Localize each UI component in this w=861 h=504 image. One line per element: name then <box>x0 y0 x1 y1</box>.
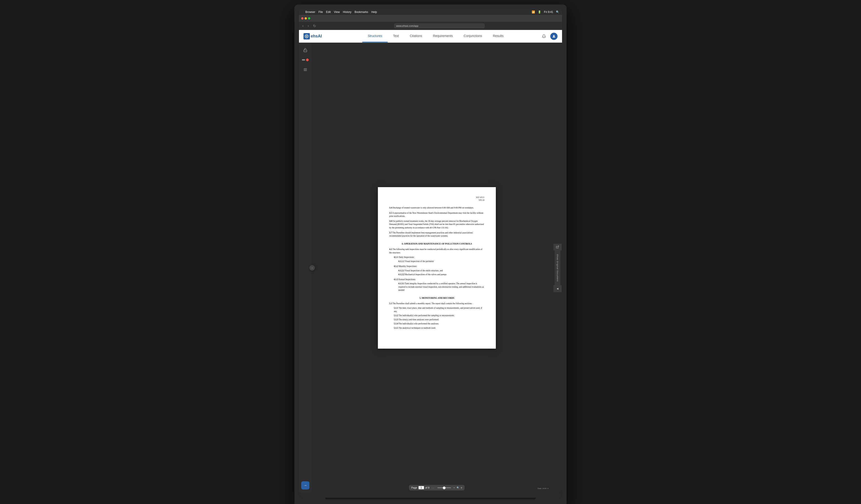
navigate-forward-button[interactable]: → <box>301 481 310 490</box>
section-5-1-5-text: The analytical techniques or methods use… <box>398 327 436 329</box>
panel-collapse-button[interactable]: ◄ <box>554 285 562 292</box>
app-container: ehsAI Structures Text Citations Requirem… <box>299 30 562 493</box>
page-controls-bar: Page of 8 — − 🔍 + <box>409 485 465 490</box>
tab-conjunctions[interactable]: Conjunctions <box>458 30 488 42</box>
section-4-1-3-1-text: Tank integrity inspection conducted by a… <box>398 282 484 291</box>
zoom-icon: 🔍 <box>456 487 459 489</box>
address-bar[interactable]: www.ehsai.com/app <box>394 23 485 28</box>
document-section-4: 4. OPERATION AND MAINTENANCE OF POLLUTIO… <box>389 242 484 292</box>
url-text: www.ehsai.com/app <box>396 25 419 27</box>
nav-right-actions <box>540 33 558 40</box>
svg-point-3 <box>553 35 554 36</box>
page-number-input[interactable] <box>419 486 424 489</box>
collapse-arrow-icon: ◄ <box>556 287 559 290</box>
zoom-minus-button[interactable]: − <box>453 486 455 490</box>
tab-text[interactable]: Text <box>388 30 405 42</box>
user-avatar[interactable] <box>550 33 558 40</box>
menu-view[interactable]: View <box>334 11 340 14</box>
date-label: Date: 2018 4 <box>537 488 548 490</box>
section-4-1-1-text: Daily Inspections: <box>398 256 414 258</box>
main-content: › → REF #8521 NPE-08 <box>299 43 562 493</box>
list-item: 4.1.3.1 Tank integrity inspection conduc… <box>389 282 484 292</box>
macos-menu-bar: Browser File Edit View History Bookmarks… <box>299 9 562 15</box>
top-navigation: ehsAI Structures Text Citations Requirem… <box>299 30 562 43</box>
list-item: 4.1.1 Daily Inspections: <box>389 256 484 259</box>
browser-titlebar <box>299 15 562 22</box>
search-icon[interactable]: 🔍 <box>556 11 559 14</box>
forward-arrow-icon: → <box>303 483 307 488</box>
section-3-4-text: Discharge of treated wastewater is only … <box>392 207 474 209</box>
close-window-button[interactable] <box>301 17 303 19</box>
section-3-6-text: For publicly owned treatment works, the … <box>389 220 484 229</box>
menu-history[interactable]: History <box>343 11 351 14</box>
ref-number: REF #8521 <box>389 196 484 199</box>
menu-help[interactable]: Help <box>371 11 377 14</box>
list-icon[interactable] <box>301 66 309 73</box>
list-item: 5.1.5 The analytical techniques or metho… <box>389 326 484 330</box>
svg-line-8 <box>557 246 559 247</box>
list-item: 4.1.2.1 Visual inspection of the entire … <box>389 269 484 272</box>
back-button[interactable]: ‹ <box>301 23 305 28</box>
section-5-1-1-text: The date, exact place, time and methods … <box>394 307 482 312</box>
reload-button[interactable]: ↻ <box>312 23 317 29</box>
list-item: 4.1.2.2 Mechanical inspections of the va… <box>389 273 484 276</box>
document-paper: REF #8521 NPE-08 3.4 Discharge of treate… <box>378 187 496 349</box>
status-indicator <box>302 58 309 61</box>
wifi-icon: 📶 <box>532 11 535 14</box>
sidebar: › → <box>299 43 312 493</box>
tab-structures[interactable]: Structures <box>362 30 388 42</box>
list-item: 4.1 The following tank inspections must … <box>389 248 484 254</box>
battery-icon: 🔋 <box>538 11 541 14</box>
app-logo: ehsAI <box>303 33 322 40</box>
document-header: REF #8521 NPE-08 <box>389 196 484 202</box>
list-item: 5.1.3 The date(s) and time analyses were… <box>389 318 484 321</box>
section-5-1-2-text: The individual(s) who performed the samp… <box>398 314 454 317</box>
tab-citations[interactable]: Citations <box>405 30 427 42</box>
logo-icon <box>303 33 310 40</box>
list-item: 3.5 A representative of the New Westmins… <box>389 212 484 218</box>
tab-results[interactable]: Results <box>488 30 509 42</box>
section-4-1-text: The following tank inspections must be c… <box>389 248 482 254</box>
menu-file[interactable]: File <box>318 11 323 14</box>
maximize-window-button[interactable] <box>308 17 310 19</box>
minimize-window-button[interactable] <box>305 17 307 19</box>
show-original-document-button[interactable]: Show Original Document <box>555 250 560 285</box>
notifications-button[interactable] <box>540 33 548 40</box>
forward-button[interactable]: › <box>306 23 310 28</box>
export-button[interactable] <box>554 244 562 250</box>
zoom-slider[interactable] <box>437 488 451 488</box>
zoom-plus-button[interactable]: + <box>461 486 463 490</box>
logo-text: ehsAI <box>311 34 322 39</box>
clock: Fri 9:41 <box>544 11 553 14</box>
section-4-1-2-text: Monthly Inspections: <box>398 265 417 268</box>
section-5-1-text: The Permittee shall submit a monthly rep… <box>392 302 472 305</box>
tab-requirements[interactable]: Requirements <box>427 30 458 42</box>
section-4-1-3-text: Annual Inspections: <box>398 278 416 281</box>
section-4-1-2-1-text: Visual inspection of the entire structur… <box>405 270 443 272</box>
lock-icon[interactable] <box>301 46 309 54</box>
document-viewer-area: REF #8521 NPE-08 3.4 Discharge of treate… <box>312 43 562 493</box>
section-4-title: 4. OPERATION AND MAINTENANCE OF POLLUTIO… <box>389 242 484 245</box>
section-3-7-text: The Permittee should implement best mana… <box>389 232 473 237</box>
zoom-thumb <box>443 487 446 489</box>
section-3-5-text: A representative of the New Westminster … <box>389 212 483 217</box>
total-pages-label: of 8 <box>425 486 429 489</box>
list-item: 3.4 Discharge of treated wastewater is o… <box>389 206 484 209</box>
section-5-1-4-text: The individual(s) who performed the anal… <box>398 323 439 325</box>
section-4-1-2-2-text: Mechanical inspections of the valves and… <box>405 273 447 276</box>
list-item: 4.1.2 Monthly Inspections: <box>389 265 484 268</box>
navigation-tabs: Structures Text Citations Requirements C… <box>331 30 540 42</box>
show-original-document-label: Show Original Document <box>556 254 559 282</box>
menu-bookmarks[interactable]: Bookmarks <box>355 11 368 14</box>
list-item: 3.6 For publicly owned treatment works, … <box>389 220 484 229</box>
right-side-panel: Show Original Document ◄ <box>553 43 562 493</box>
menu-browser[interactable]: Browser <box>305 11 315 14</box>
svg-rect-4 <box>304 50 307 52</box>
list-item: 5.1.2 The individual(s) who performed th… <box>389 314 484 317</box>
section-5-title: 5. MONITORING AND RECORDS <box>389 296 484 300</box>
list-item: 4.1.1.1 Visual inspection of the perimet… <box>389 260 484 263</box>
sidebar-expand-button[interactable]: › <box>310 265 315 271</box>
section-5-1-3-text: The date(s) and time analyses were perfo… <box>398 318 439 321</box>
menu-edit[interactable]: Edit <box>326 11 331 14</box>
section-4-1-1-1-text: Visual inspection of the perimeter <box>405 260 434 262</box>
